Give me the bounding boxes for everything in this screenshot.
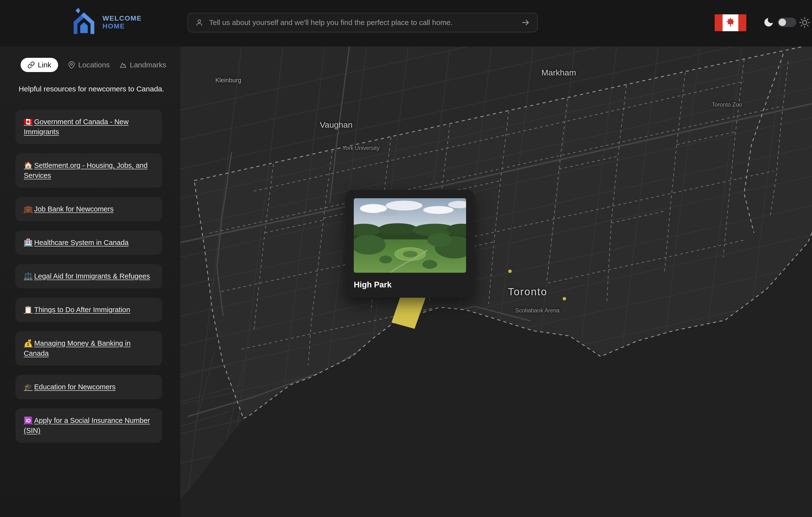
resource-link[interactable]: 📋Things to Do After Immigration [24, 306, 130, 314]
map-pin-icon [68, 61, 75, 69]
theme-toggle-switch[interactable] [778, 18, 796, 27]
list-item: 🏥Healthcare System in Canada [16, 231, 162, 255]
resource-link[interactable]: 💰Managing Money & Banking in Canada [24, 339, 131, 357]
house-emoji-icon: 🏠 [24, 161, 33, 169]
list-item: 🆔Apply for a Social Insurance Number (SI… [16, 408, 162, 443]
scales-emoji-icon: ⚖️ [24, 272, 33, 280]
tab-link[interactable]: Link [21, 58, 58, 72]
link-icon [27, 61, 35, 69]
search-input[interactable] [209, 19, 516, 27]
search-submit-button[interactable] [521, 18, 530, 27]
toggle-knob [779, 19, 786, 26]
list-item: 📋Things to Do After Immigration [16, 298, 162, 322]
resource-link[interactable]: 🆔Apply for a Social Insurance Number (SI… [24, 417, 150, 434]
landmark-popup: High Park [345, 190, 474, 298]
house-logo-icon [70, 6, 98, 39]
list-item: 💼Job Bank for Newcomers [16, 197, 162, 221]
arrow-right-icon [521, 18, 530, 27]
tab-landmarks[interactable]: Landmarks [119, 61, 166, 69]
tab-locations[interactable]: Locations [68, 61, 110, 69]
resource-link[interactable]: 🏠Settlement.org - Housing, Jobs, and Ser… [24, 161, 148, 179]
moneybag-emoji-icon: 💰 [24, 339, 33, 347]
landmark-dot[interactable] [508, 270, 512, 273]
sidebar-description: Helpful resources for newcomers to Canad… [19, 85, 171, 93]
hospital-emoji-icon: 🏥 [24, 239, 33, 246]
list-item: 🇨🇦Government of Canada - New Immigrants [16, 110, 162, 144]
basemap [180, 47, 812, 517]
list-item: ⚖️Legal Aid for Immigrants & Refugees [16, 264, 162, 288]
list-item: 💰Managing Money & Banking in Canada [16, 331, 162, 366]
map-label-scotiabank-arena: Scotiabank Arena [515, 307, 559, 314]
landmark-dot[interactable] [563, 297, 566, 300]
list-item: 🏠Settlement.org - Housing, Jobs, and Ser… [16, 153, 162, 188]
map-canvas[interactable]: Kleinburg Markham Vaughan York Universit… [180, 47, 812, 517]
brand-name-line2: HOME [103, 22, 142, 30]
tab-locations-label: Locations [78, 61, 110, 69]
search-bar [187, 13, 538, 32]
sidebar: Link Locations Landmarks Helpful resourc… [0, 47, 180, 517]
clipboard-emoji-icon: 📋 [24, 306, 33, 314]
map-label-kleinburg: Kleinburg [215, 77, 241, 84]
map-label-york-university: York University [342, 145, 380, 151]
moon-icon [763, 17, 774, 28]
brand-logo: WELCOME HOME [70, 6, 142, 39]
resource-link[interactable]: ⚖️Legal Aid for Immigrants & Refugees [24, 272, 150, 280]
sidebar-tabs: Link Locations Landmarks [21, 58, 166, 72]
tab-link-label: Link [38, 61, 51, 69]
flag-emoji-icon: 🇨🇦 [24, 118, 33, 126]
id-emoji-icon: 🆔 [24, 417, 33, 424]
canada-flag-icon[interactable] [715, 14, 746, 32]
gradcap-emoji-icon: 🎓 [24, 383, 33, 391]
mountain-icon [119, 61, 127, 69]
briefcase-emoji-icon: 💼 [24, 205, 33, 213]
resource-link[interactable]: 💼Job Bank for Newcomers [24, 205, 114, 213]
list-item: 🎓Education for Newcomers [16, 375, 162, 399]
tab-landmarks-label: Landmarks [130, 61, 166, 69]
high-park-photo [354, 198, 466, 273]
top-bar: WELCOME HOME [0, 0, 812, 47]
resource-link[interactable]: 🇨🇦Government of Canada - New Immigrants [24, 118, 128, 136]
sun-icon [799, 17, 811, 28]
brand-name-line1: WELCOME [103, 14, 142, 22]
map-label-markham: Markham [541, 68, 576, 78]
resource-link-list: 🇨🇦Government of Canada - New Immigrants … [16, 110, 162, 443]
map-label-vaughan: Vaughan [320, 120, 353, 130]
resource-link[interactable]: 🏥Healthcare System in Canada [24, 239, 128, 246]
user-icon [195, 18, 204, 27]
map-label-toronto: Toronto [508, 286, 547, 298]
popup-title: High Park [354, 280, 466, 290]
map-label-toronto-zoo: Toronto Zoo [712, 101, 742, 108]
resource-link[interactable]: 🎓Education for Newcomers [24, 383, 115, 391]
